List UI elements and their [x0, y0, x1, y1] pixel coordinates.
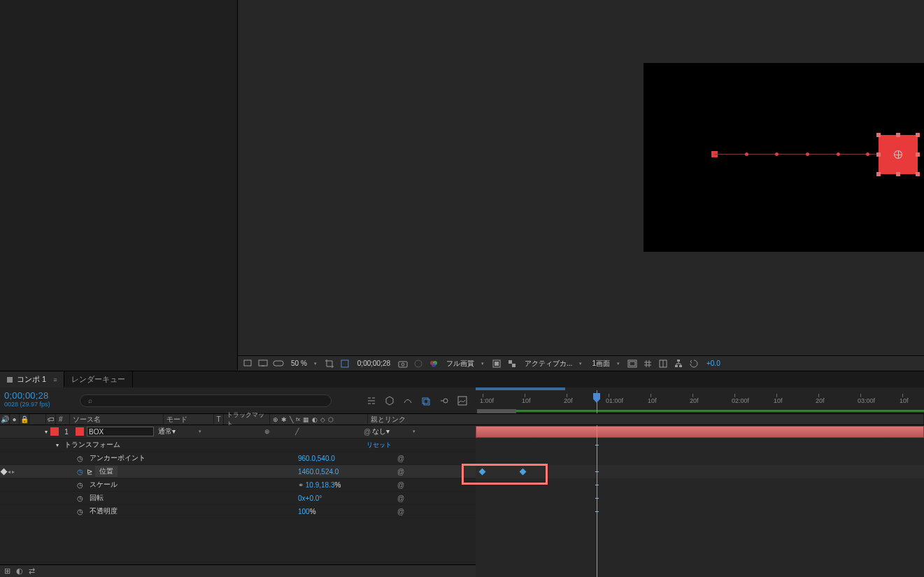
- add-keyframe-diamond-icon[interactable]: [1, 468, 8, 475]
- marker-icon[interactable]: [242, 358, 253, 369]
- bbox-handle[interactable]: [916, 172, 920, 176]
- twirl-down-icon[interactable]: ▾: [42, 429, 50, 435]
- safe-zones-icon[interactable]: [627, 358, 638, 369]
- bbox-handle[interactable]: [916, 152, 920, 157]
- transform-group-row[interactable]: ▾ トランスフォーム リセット: [0, 439, 476, 452]
- resolution-dropdown[interactable]: フル画質: [443, 359, 487, 369]
- flowchart-icon[interactable]: [673, 358, 684, 369]
- twirl-down-icon[interactable]: ▾: [53, 442, 62, 448]
- composition-canvas[interactable]: [644, 63, 924, 252]
- viewer-timecode[interactable]: 0;00;00;28: [355, 359, 393, 367]
- blend-mode-dropdown[interactable]: 通常: [158, 427, 196, 436]
- show-snapshot-icon[interactable]: [413, 358, 424, 369]
- expression-pickwhip-icon[interactable]: @: [396, 468, 406, 476]
- grid-icon[interactable]: [642, 358, 653, 369]
- rotation-row[interactable]: ◷ 回転 0x+0.0° @: [0, 492, 476, 505]
- toggle-modes-icon[interactable]: ◐: [16, 567, 23, 576]
- opacity-value[interactable]: 100: [298, 508, 310, 515]
- col-parent[interactable]: 親とリンク: [368, 414, 924, 425]
- separate-dimensions-icon[interactable]: ⊵: [87, 468, 95, 476]
- frame-blend-icon[interactable]: [420, 394, 432, 407]
- expression-pickwhip-icon[interactable]: @: [396, 508, 406, 515]
- reset-exposure-icon[interactable]: [688, 358, 699, 369]
- keyframe-diamond[interactable]: [479, 469, 486, 476]
- camera-dropdown[interactable]: アクティブカ...: [522, 359, 585, 369]
- timeline-search-input[interactable]: [80, 394, 332, 407]
- layer-duration-bar[interactable]: [476, 426, 924, 438]
- bbox-handle[interactable]: [876, 172, 881, 176]
- transparency-grid-icon[interactable]: [506, 358, 518, 369]
- layer-color-swatch[interactable]: [50, 427, 59, 436]
- shy-icon[interactable]: [401, 394, 414, 407]
- col-audio-icon[interactable]: 🔊: [0, 414, 10, 425]
- stopwatch-icon[interactable]: ◷: [76, 494, 84, 502]
- timeline-ruler-area[interactable]: 1:00f10f20f01:00f10f20f02:00f10f20f03:00…: [476, 387, 924, 413]
- current-timecode[interactable]: 0;00;00;28: [4, 390, 66, 401]
- scale-row[interactable]: ◷ スケール ⚭ 10.9,18.3% @: [0, 478, 476, 492]
- opacity-row[interactable]: ◷ 不透明度 100% @: [0, 505, 476, 518]
- layer-name-input[interactable]: [87, 427, 154, 436]
- prev-keyframe-icon[interactable]: ◂: [8, 469, 10, 475]
- channels-icon[interactable]: [428, 358, 439, 369]
- monitor-icon[interactable]: [257, 358, 269, 369]
- anchor-point-row[interactable]: ◷ アンカーポイント 960.0,540.0 @: [0, 452, 476, 465]
- col-visibility-icon[interactable]: ●: [10, 414, 20, 425]
- col-index[interactable]: #: [56, 414, 70, 425]
- stopwatch-icon[interactable]: ◷: [76, 467, 84, 476]
- bbox-handle[interactable]: [916, 133, 920, 137]
- layer-row-1[interactable]: ▾ 1 通常▾ ⊕╱ @ なし▾: [0, 425, 476, 439]
- bbox-handle[interactable]: [896, 133, 900, 137]
- parent-dropdown[interactable]: なし: [372, 427, 410, 436]
- switch-shy-icon[interactable]: ⊕: [264, 428, 270, 435]
- col-trkmat-t[interactable]: T: [214, 414, 224, 425]
- reset-link[interactable]: リセット: [367, 441, 392, 450]
- next-keyframe-icon[interactable]: ▸: [12, 469, 15, 475]
- graph-editor-icon[interactable]: [456, 394, 469, 407]
- exposure-value[interactable]: +0.0: [704, 359, 723, 367]
- views-dropdown[interactable]: 1画面: [589, 359, 623, 369]
- vr-goggles-icon[interactable]: [273, 358, 284, 369]
- col-lock-icon[interactable]: 🔒: [20, 414, 29, 425]
- scale-value[interactable]: 10.9,18.3: [306, 481, 335, 489]
- timeline-track-area[interactable]: [476, 425, 924, 577]
- playhead-handle[interactable]: [593, 393, 600, 403]
- rotation-value[interactable]: 0x+0.0°: [298, 494, 396, 502]
- zoom-dropdown[interactable]: 50 %: [288, 359, 320, 367]
- bbox-handle[interactable]: [876, 133, 881, 137]
- tab-comp1[interactable]: コンポ 1 ≡: [0, 371, 64, 387]
- switch-solo-icon[interactable]: ╱: [295, 428, 299, 435]
- position-value[interactable]: 1460.0,524.0: [298, 468, 396, 476]
- guides-icon[interactable]: [658, 358, 669, 369]
- bbox-handle[interactable]: [896, 172, 900, 176]
- ruler-label: 10f: [774, 397, 783, 404]
- col-track-matte[interactable]: トラックマット: [224, 414, 270, 425]
- tab-render-queue[interactable]: レンダーキュー: [64, 371, 133, 387]
- keyframe-diamond[interactable]: [520, 469, 527, 476]
- pickwhip-icon[interactable]: @: [362, 428, 372, 436]
- bbox-handle[interactable]: [876, 152, 881, 157]
- tab-menu-icon[interactable]: ≡: [53, 376, 57, 383]
- expression-pickwhip-icon[interactable]: @: [396, 494, 406, 502]
- expression-pickwhip-icon[interactable]: @: [396, 481, 406, 489]
- comp-mini-flowchart-icon[interactable]: [365, 394, 378, 407]
- anchor-value[interactable]: 960.0,540.0: [298, 455, 396, 462]
- stopwatch-icon[interactable]: ◷: [76, 507, 84, 515]
- toggle-in-out-icon[interactable]: ⇄: [29, 567, 35, 576]
- work-area-bar[interactable]: [477, 409, 516, 413]
- crop-icon[interactable]: [324, 358, 335, 369]
- stopwatch-icon[interactable]: ◷: [76, 480, 84, 489]
- col-mode[interactable]: モード: [164, 414, 214, 425]
- position-row[interactable]: ◂▸ ◷ ⊵ 位置 1460.0,524.0 @: [0, 465, 476, 478]
- time-navigator-bar[interactable]: [476, 387, 565, 390]
- draft3d-icon[interactable]: [383, 394, 396, 407]
- col-source-name[interactable]: ソース名: [70, 414, 164, 425]
- mask-icon[interactable]: [339, 358, 350, 369]
- roi-icon[interactable]: [491, 358, 502, 369]
- snapshot-icon[interactable]: [397, 358, 408, 369]
- expression-pickwhip-icon[interactable]: @: [396, 455, 406, 462]
- motion-blur-icon[interactable]: [438, 394, 450, 407]
- col-label-icon[interactable]: 🏷: [46, 414, 56, 425]
- stopwatch-icon[interactable]: ◷: [76, 454, 84, 462]
- constrain-proportions-icon[interactable]: ⚭: [298, 481, 306, 489]
- toggle-switches-icon[interactable]: ⊞: [4, 567, 10, 576]
